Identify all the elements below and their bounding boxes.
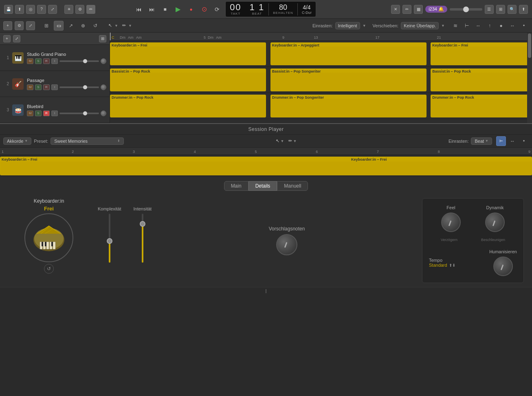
snap-chevron: ▼: [363, 24, 366, 28]
track-clip-3a[interactable]: Drummer:in – Pop Rock: [110, 95, 266, 117]
session-timeline: 1 2 3 4 5 6 7 8 9 Keyboarder:in – Frei K…: [0, 148, 532, 177]
mute-button-3[interactable]: M: [27, 111, 33, 116]
align-icon[interactable]: ⊢: [462, 21, 472, 31]
add-track-icon[interactable]: +: [3, 35, 11, 42]
humanisieren-knob[interactable]: [493, 257, 513, 276]
stop-button[interactable]: ■: [160, 4, 170, 14]
help-button[interactable]: ?: [37, 5, 46, 14]
chord-mode-button[interactable]: Akkorde ▼: [3, 137, 31, 145]
tempo-label: Behalten: [273, 11, 293, 15]
track-expand-icon[interactable]: ⤢: [13, 35, 20, 42]
feel-knob[interactable]: [441, 212, 461, 232]
preset-selector[interactable]: Sweet Memories ⬆: [51, 137, 124, 145]
waveform-icon[interactable]: ≋: [451, 21, 460, 31]
expand-button[interactable]: ⤢: [48, 5, 57, 14]
expand-header-button[interactable]: ⤢: [26, 21, 35, 30]
mute-button-1[interactable]: M: [27, 58, 33, 64]
track-clip-1c[interactable]: Keyboarder:in – Frei: [431, 42, 529, 65]
tab-main[interactable]: Main: [224, 181, 248, 191]
circle-icon[interactable]: ●: [496, 21, 506, 31]
record-button-1[interactable]: R: [43, 58, 50, 64]
track-clip-2c[interactable]: Bassist:in – Pop Rock: [431, 69, 529, 91]
sublabels-row: Verzögern Beschleunigen: [429, 238, 517, 242]
mixer-button[interactable]: ⚙: [75, 5, 84, 14]
track-clip-1a[interactable]: Keyboarder:in – Frei: [110, 42, 266, 65]
session-h-expand-icon[interactable]: ↔: [508, 136, 517, 146]
master-volume-slider[interactable]: [450, 8, 482, 11]
h-expand-icon[interactable]: ↔: [508, 21, 517, 31]
close-icon[interactable]: ✕: [391, 5, 400, 14]
grid-icon[interactable]: ▦: [414, 5, 423, 14]
browser-icon[interactable]: ⊞: [496, 5, 505, 14]
info-button[interactable]: ◎: [26, 5, 35, 14]
waveform-2b: [270, 73, 426, 91]
volume-slider-3[interactable]: [59, 113, 99, 114]
loop-tool-button[interactable]: ↺: [90, 21, 100, 31]
add-track-button[interactable]: +: [3, 21, 12, 30]
settings-icon[interactable]: ⚙: [15, 21, 24, 30]
pan-knob-3[interactable]: [101, 111, 106, 116]
save-button[interactable]: 💾: [4, 5, 13, 14]
volume-slider-2[interactable]: [59, 86, 99, 88]
track-clip-2b[interactable]: Bassist:in – Pop Songwriter: [270, 69, 426, 91]
share-button[interactable]: ⬆: [15, 5, 24, 14]
tracks-scrollbar[interactable]: [527, 33, 532, 123]
tempo-stepper-icon[interactable]: ⬆⬇: [449, 263, 455, 268]
snap-select[interactable]: Intelligent: [335, 22, 360, 29]
record-button-2[interactable]: R: [43, 84, 50, 90]
track-clip-1b[interactable]: Keyboarder:in – Arpeggiert: [270, 42, 426, 65]
pencil-button[interactable]: ✏: [86, 5, 95, 14]
resize-icon[interactable]: ↔: [473, 21, 483, 31]
tab-manuell[interactable]: Manuell: [277, 181, 308, 191]
mute-button-2[interactable]: M: [27, 84, 33, 90]
track-clip-3b[interactable]: Drummer:in – Pop Songwriter: [270, 95, 426, 117]
play-button[interactable]: ▶: [173, 4, 183, 14]
track-controls-3: M S R I: [27, 111, 106, 116]
complexity-thumb: [107, 238, 112, 244]
record-button[interactable]: ●: [186, 4, 196, 14]
record-alt-button[interactable]: ⊙: [199, 4, 209, 14]
session-snap-select[interactable]: Beat ▼: [471, 137, 492, 145]
vorschlag-label: Vorschlagsnoten: [269, 226, 305, 232]
input-button-2[interactable]: I: [51, 84, 58, 90]
solo-button-1[interactable]: S: [35, 58, 42, 64]
pencil-icon[interactable]: ✏: [402, 5, 411, 14]
refresh-style-button[interactable]: ↺: [44, 264, 54, 274]
up-icon[interactable]: ↑: [485, 21, 495, 31]
session-align-icon[interactable]: ⊢: [496, 136, 506, 146]
intensity-slider[interactable]: [142, 214, 143, 263]
feel-dynamik-row: Feel Dynamik: [429, 205, 517, 232]
session-clip[interactable]: Keyboarder:in – Frei Keyboarder:in – Fre…: [0, 157, 532, 175]
track-clip-3c[interactable]: Drummer:in – Pop Rock: [431, 95, 529, 117]
pan-knob-2[interactable]: [101, 84, 106, 90]
tune-button[interactable]: ☀: [64, 5, 73, 14]
tab-details[interactable]: Details: [248, 181, 277, 191]
arrow-tool-button[interactable]: ↗: [66, 21, 76, 31]
fast-forward-button[interactable]: ⏭: [147, 4, 157, 14]
select-tool-button[interactable]: ▭: [54, 21, 64, 31]
volume-slider-1[interactable]: [59, 60, 99, 62]
track-clip-2a[interactable]: Bassist:in – Pop Rock: [110, 69, 266, 91]
session-dot-icon[interactable]: •: [519, 136, 529, 146]
move-select[interactable]: Keine Überlapp.: [401, 22, 439, 29]
input-button-1[interactable]: I: [51, 58, 58, 64]
solo-button-3[interactable]: S: [35, 111, 42, 116]
smart-tool-button[interactable]: ⊕: [78, 21, 88, 31]
dynamik-knob[interactable]: [485, 212, 505, 232]
search-icon[interactable]: 🔍: [508, 5, 517, 14]
grid-tool-button[interactable]: ⊞: [42, 21, 51, 31]
user-button[interactable]: i234 🔔: [425, 6, 447, 13]
dot-icon[interactable]: •: [519, 21, 529, 31]
pan-knob-1[interactable]: [101, 58, 106, 64]
piano-graphic[interactable]: [24, 213, 73, 262]
complexity-slider[interactable]: [109, 214, 110, 263]
list-icon[interactable]: ☰: [485, 5, 494, 14]
input-button-3[interactable]: I: [51, 111, 58, 116]
record-button-3[interactable]: R: [43, 111, 50, 116]
vorschlag-knob[interactable]: [276, 234, 297, 255]
cycle-button[interactable]: ⟳: [212, 4, 222, 14]
solo-button-2[interactable]: S: [35, 84, 42, 90]
share2-icon[interactable]: ⬆: [519, 5, 528, 14]
rewind-button[interactable]: ⏮: [134, 4, 144, 14]
track-options-icon[interactable]: ⊞: [99, 35, 106, 42]
